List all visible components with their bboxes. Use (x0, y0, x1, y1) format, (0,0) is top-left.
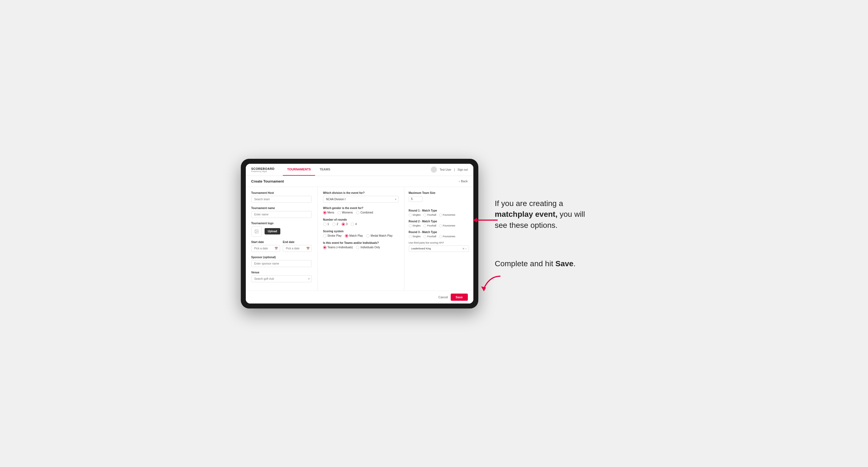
gender-mens[interactable]: Mens (323, 211, 334, 214)
annotation-bottom-paragraph: Complete and hit Save. (495, 258, 589, 269)
back-label: Back (461, 180, 468, 183)
division-select-wrap: NCAA Division I (323, 196, 399, 203)
annotation-top-text1: If you are creating a (495, 199, 563, 208)
api-label: Use third-party live scoring API? (409, 241, 469, 244)
rounds-3-label: 3 (346, 223, 348, 226)
sponsor-input[interactable] (251, 260, 312, 267)
round3-foursomes[interactable]: Foursomes (439, 235, 456, 238)
round3-fourball[interactable]: Fourball (423, 235, 436, 238)
logo-title: SCOREBOARD (251, 167, 275, 170)
teams-individuals[interactable]: Individuals Only (356, 246, 380, 249)
gender-group: Which gender is the event for? Mens Wome… (323, 207, 399, 214)
round3-singles[interactable]: Singles (409, 235, 421, 238)
round1-match-type: Round 1 - Match Type Singles Fourball (409, 209, 469, 217)
svg-point-1 (255, 230, 256, 231)
form-right: Maximum Team Size Round 1 - Match Type S… (404, 187, 473, 290)
annotation-top-text: If you are creating a matchplay event, y… (495, 198, 627, 230)
round3-match-type: Round 3 - Match Type Singles Fourball (409, 230, 469, 238)
gender-womens[interactable]: Womens (338, 211, 353, 214)
page-wrapper: SCOREBOARD Powered by clippit TOURNAMENT… (241, 159, 627, 309)
round1-fourball-label: Fourball (427, 214, 436, 216)
api-select-wrap[interactable]: Leaderboard King ✕ › (409, 246, 469, 252)
sponsor-group: Sponsor (optional) (251, 256, 312, 267)
navbar: SCOREBOARD Powered by clippit TOURNAMENT… (246, 164, 473, 176)
gender-womens-radio (338, 211, 341, 214)
scoring-match[interactable]: Match Play (345, 234, 363, 238)
gender-mens-label: Mens (328, 211, 334, 214)
round1-foursomes[interactable]: Foursomes (439, 214, 456, 217)
round2-singles[interactable]: Singles (409, 224, 421, 227)
gender-combined-label: Combined (361, 211, 373, 214)
rounds-2[interactable]: 2 (332, 223, 338, 226)
back-link[interactable]: ‹ Back (459, 180, 468, 183)
round3-singles-label: Singles (412, 235, 421, 238)
end-date-group: End date 📅 (283, 241, 312, 252)
scoring-medal[interactable]: Medal Match Play (366, 234, 393, 238)
scoring-match-label: Match Play (349, 234, 363, 237)
api-group: Use third-party live scoring API? Leader… (409, 241, 469, 252)
round1-singles[interactable]: Singles (409, 214, 421, 217)
venue-input[interactable] (251, 275, 312, 282)
venue-label: Venue (251, 271, 312, 274)
max-team-label: Maximum Team Size (409, 191, 469, 194)
division-select[interactable]: NCAA Division I (323, 196, 399, 203)
save-button[interactable]: Save (451, 293, 468, 301)
arrow-bottom (478, 275, 500, 292)
round1-foursomes-radio (439, 214, 442, 217)
tablet-screen: SCOREBOARD Powered by clippit TOURNAMENT… (246, 164, 473, 304)
tab-tournaments[interactable]: TOURNAMENTS (283, 164, 315, 176)
round2-foursomes-radio (439, 224, 442, 227)
signout-link[interactable]: Sign out (458, 168, 468, 171)
scoring-stroke-radio (323, 234, 327, 238)
scoring-match-radio (345, 234, 348, 238)
host-input[interactable] (251, 196, 312, 203)
start-date-group: Start date 📅 (251, 241, 280, 252)
scoring-stroke[interactable]: Stroke Play (323, 234, 342, 238)
start-date-wrap: 📅 (251, 245, 280, 252)
host-group: Tournament Host (251, 191, 312, 203)
name-group: Tournament name (251, 207, 312, 218)
scoring-label: Scoring system (323, 230, 399, 233)
teams-group: Is this event for Teams and/or Individua… (323, 241, 399, 249)
round2-foursomes[interactable]: Foursomes (439, 224, 456, 227)
teams-teams[interactable]: Teams (+Individuals) (323, 246, 353, 249)
api-clear-icon[interactable]: ✕ › (462, 247, 466, 250)
create-header: Create Tournament ‹ Back (246, 176, 473, 187)
name-input[interactable] (251, 211, 312, 218)
date-row: Start date 📅 End date 📅 (251, 241, 312, 252)
round2-fourball[interactable]: Fourball (423, 224, 436, 227)
venue-group: Venue ▾ (251, 271, 312, 282)
rounds-3-radio (342, 223, 345, 226)
form-left: Tournament Host Tournament name Tourname… (246, 187, 318, 290)
api-value: Leaderboard King (411, 247, 431, 250)
max-team-input[interactable] (409, 196, 423, 202)
gender-combined-radio (356, 211, 359, 214)
logo-label: Tournament logo (251, 222, 312, 225)
round3-fourball-label: Fourball (427, 235, 436, 238)
upload-button[interactable]: Upload (265, 228, 281, 235)
round1-singles-label: Singles (412, 214, 421, 216)
teams-teams-label: Teams (+Individuals) (328, 246, 353, 249)
calendar-icon-start: 📅 (275, 247, 278, 250)
rounds-4[interactable]: 4 (351, 223, 357, 226)
round2-radio-row: Singles Fourball Foursomes (409, 224, 469, 227)
logo-placeholder (251, 226, 262, 237)
round2-match-type: Round 2 - Match Type Singles Fourball (409, 220, 469, 227)
nav-right: Test User | Sign out (431, 166, 468, 173)
scoring-stroke-label: Stroke Play (328, 234, 342, 237)
max-team-group: Maximum Team Size (409, 191, 469, 205)
scoring-group: Scoring system Stroke Play Match Play (323, 230, 399, 238)
rounds-1[interactable]: 1 (323, 223, 329, 226)
svg-marker-2 (473, 218, 477, 222)
annotation-bottom-bold: Save (555, 259, 573, 268)
tab-teams[interactable]: TEAMS (315, 164, 335, 176)
rounds-3[interactable]: 3 (342, 223, 348, 226)
round3-foursomes-label: Foursomes (443, 235, 456, 238)
round1-fourball[interactable]: Fourball (423, 214, 436, 217)
cancel-button[interactable]: Cancel (439, 295, 448, 299)
round1-radio-row: Singles Fourball Foursomes (409, 214, 469, 217)
gender-mens-radio (323, 211, 327, 214)
teams-individuals-label: Individuals Only (361, 246, 380, 249)
avatar (431, 166, 437, 173)
gender-combined[interactable]: Combined (356, 211, 373, 214)
